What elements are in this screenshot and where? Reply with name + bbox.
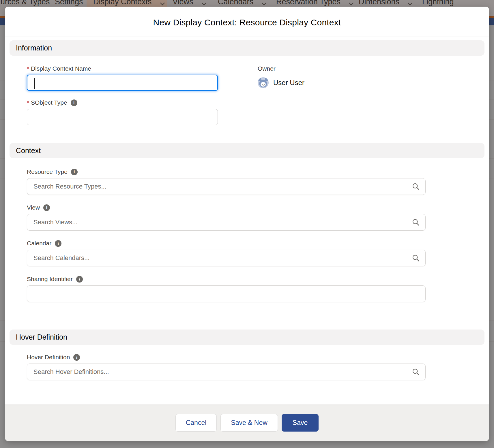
text-cursor	[34, 78, 35, 89]
chevron-down-icon	[261, 2, 267, 5]
new-display-context-modal: New Display Context: Resource Display Co…	[5, 7, 489, 441]
resource-type-lookup	[27, 178, 426, 195]
modal-content: Information Display Context Name Owner	[5, 37, 489, 384]
tab-settings[interactable]: Settings	[55, 0, 83, 6]
tab-views[interactable]: Views	[173, 0, 207, 6]
save-and-new-button[interactable]: Save & New	[220, 414, 278, 432]
tab-lightning[interactable]: Lightning	[422, 0, 454, 6]
view-field-label-row: View	[27, 204, 426, 211]
hover-definition-search-input[interactable]	[27, 364, 426, 380]
display-context-name-input[interactable]	[33, 75, 212, 90]
owner-label: Owner	[258, 65, 276, 72]
sobject-type-label: SObject Type	[27, 99, 67, 106]
chevron-down-icon	[407, 2, 413, 5]
tab-label: urces & Types	[1, 0, 50, 6]
footer-gap	[5, 384, 489, 404]
section-header-context: Context	[10, 143, 484, 158]
info-icon[interactable]	[71, 99, 77, 106]
section-title: Context	[16, 146, 41, 155]
user-avatar	[258, 77, 269, 88]
info-icon[interactable]	[76, 276, 83, 283]
view-label: View	[27, 204, 40, 211]
hover-definition-lookup	[27, 364, 426, 380]
sobject-type-input[interactable]	[27, 109, 218, 125]
view-lookup	[27, 214, 426, 231]
modal-footer: Cancel Save & New Save	[5, 404, 489, 441]
hover-definition-label: Hover Definition	[27, 354, 70, 361]
modal-title: New Display Context: Resource Display Co…	[153, 18, 341, 27]
resource-type-search-input[interactable]	[27, 178, 426, 195]
info-icon[interactable]	[55, 240, 61, 247]
modal-header: New Display Context: Resource Display Co…	[5, 7, 489, 37]
tab-dimensions[interactable]: Dimensions	[359, 0, 413, 6]
tab-label: Views	[173, 0, 193, 6]
chevron-down-icon	[349, 2, 354, 5]
sharing-identifier-input[interactable]	[27, 285, 426, 302]
section-title: Hover Definition	[16, 333, 67, 341]
calendar-label: Calendar	[27, 240, 51, 247]
info-icon[interactable]	[73, 354, 80, 361]
view-search-input[interactable]	[27, 214, 426, 231]
tab-label: Dimensions	[359, 0, 399, 6]
owner-value[interactable]: User User	[273, 79, 304, 87]
chevron-down-icon	[160, 2, 165, 5]
tab-reservation-types[interactable]: Reservation Types	[276, 0, 354, 6]
tab-calendars[interactable]: Calendars	[218, 0, 267, 6]
tab-label: Reservation Types	[276, 0, 340, 6]
sobject-type-field-label-row: SObject Type	[27, 99, 426, 106]
owner-field: Owner	[258, 65, 426, 91]
calendar-lookup	[27, 250, 426, 266]
display-context-name-field: Display Context Name	[27, 65, 218, 91]
tab-label: Calendars	[218, 0, 253, 6]
resource-type-field-label-row: Resource Type	[27, 168, 426, 176]
calendar-search-input[interactable]	[27, 250, 426, 266]
tab-label: Settings	[55, 0, 83, 6]
calendar-field-label-row: Calendar	[27, 240, 426, 247]
hover-definition-field-label-row: Hover Definition	[27, 353, 426, 361]
section-header-hover-definition: Hover Definition	[10, 330, 484, 345]
tab-label: Lightning	[422, 0, 454, 6]
display-context-name-input-wrap	[27, 75, 218, 91]
display-context-name-label: Display Context Name	[27, 65, 91, 72]
sharing-identifier-label: Sharing Identifier	[27, 276, 73, 283]
tab-label: Display Contexts	[93, 0, 152, 6]
info-icon[interactable]	[43, 204, 50, 211]
tab-resources-and-types[interactable]: urces & Types	[1, 0, 50, 6]
chevron-down-icon	[201, 2, 207, 5]
section-header-information: Information	[10, 40, 484, 56]
section-title: Information	[16, 44, 52, 52]
sharing-identifier-field	[27, 285, 426, 302]
resource-type-label: Resource Type	[27, 168, 68, 175]
cancel-button[interactable]: Cancel	[175, 414, 217, 432]
save-button[interactable]: Save	[282, 414, 319, 432]
info-icon[interactable]	[71, 169, 78, 175]
sharing-identifier-field-label-row: Sharing Identifier	[27, 275, 426, 283]
tab-display-contexts[interactable]: Display Contexts	[93, 0, 165, 6]
